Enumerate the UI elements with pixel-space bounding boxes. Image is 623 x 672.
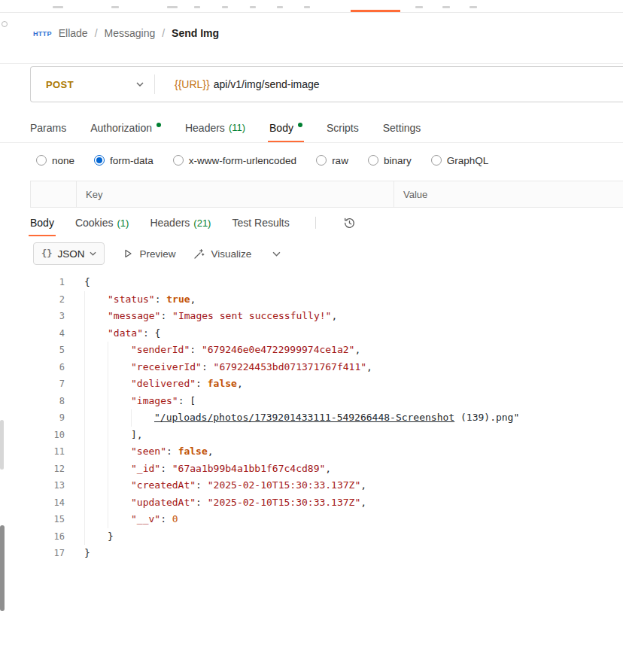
tab-label: Headers: [150, 217, 190, 229]
line-content: "status": true,: [84, 291, 196, 309]
tab-count: (1): [117, 217, 129, 229]
mode-graphql[interactable]: GraphQL: [431, 155, 489, 166]
response-tab-test-results[interactable]: Test Results: [232, 209, 289, 236]
radio-icon: [173, 155, 184, 166]
radio-icon: [36, 155, 47, 166]
visualize-button[interactable]: Visualize: [193, 248, 251, 260]
form-data-table-header: Key Value: [30, 181, 623, 208]
indent-guide: [84, 409, 108, 427]
chevron-down-icon: [272, 251, 281, 257]
mode-raw[interactable]: raw: [316, 155, 348, 166]
line-content: ],: [84, 427, 143, 444]
mode-label: form-data: [110, 155, 153, 166]
tab-fragment: [304, 6, 310, 8]
tab-fragment: [277, 6, 283, 8]
code-token: :: [155, 293, 167, 305]
tab-fragment: [222, 6, 228, 8]
breadcrumb-folder[interactable]: Messaging: [105, 27, 156, 39]
response-history-button[interactable]: [343, 217, 356, 230]
scrollbar-thumb[interactable]: [0, 420, 4, 470]
code-token: :: [166, 445, 178, 457]
tab-authorization[interactable]: Authorization: [90, 113, 161, 142]
response-tab-headers[interactable]: Headers (21): [150, 209, 211, 236]
code-line: 16}: [30, 528, 623, 546]
line-number: 7: [30, 376, 65, 393]
code-token: "senderId": [131, 344, 190, 355]
indent-guide: [108, 409, 131, 427]
tab-params[interactable]: Params: [30, 113, 66, 142]
divider: [315, 217, 316, 229]
line-content: "delivered": false,: [84, 376, 243, 393]
line-number: 15: [30, 511, 65, 528]
json-braces-icon: {}: [41, 248, 52, 259]
chevron-down-icon: [90, 251, 96, 256]
indent-guide: [84, 461, 108, 478]
tab-fragment: [470, 6, 477, 8]
response-tab-body[interactable]: Body: [30, 209, 54, 236]
indent-guide: [108, 393, 131, 410]
response-tab-cookies[interactable]: Cookies (1): [75, 209, 129, 236]
line-number: 5: [30, 342, 65, 359]
indent-guide: [84, 308, 108, 325]
magic-wand-icon: [193, 248, 205, 260]
code-token: }: [84, 547, 90, 558]
response-format-dropdown[interactable]: {} JSON: [33, 242, 105, 265]
method-selector[interactable]: POST: [31, 79, 154, 90]
code-token: "67aa1b99b4a1bb1f67c4cd89": [172, 463, 326, 474]
green-dot-icon: [157, 123, 161, 127]
mode-binary[interactable]: binary: [368, 155, 412, 166]
line-number: 14: [30, 494, 65, 512]
chevron-down-icon: [136, 82, 144, 87]
code-line: 10],: [30, 427, 623, 444]
line-content: "images": [: [84, 393, 196, 410]
mode-label: x-www-form-urlencoded: [189, 155, 296, 166]
response-file-link[interactable]: "/uploads/photos/1739201433111-549266448…: [154, 412, 454, 423]
code-token: :: [196, 479, 208, 491]
indent-guide: [108, 359, 131, 376]
response-options-caret[interactable]: [269, 248, 284, 260]
code-token: :: [160, 463, 172, 474]
code-line: 15"__v": 0: [30, 511, 623, 528]
tab-settings[interactable]: Settings: [383, 113, 421, 142]
breadcrumb-separator: /: [95, 27, 98, 39]
indent-guide: [84, 325, 108, 342]
code-token: ,: [331, 310, 337, 321]
mode-none[interactable]: none: [36, 155, 74, 166]
sidebar-toggle-handle[interactable]: [2, 21, 8, 27]
line-content: }: [84, 528, 114, 546]
line-number: 6: [30, 359, 65, 376]
code-token: "679246e0e4722999974ce1a2": [202, 344, 355, 355]
indent-guide: [84, 427, 108, 444]
indent-guide: [131, 409, 154, 427]
mode-x-www-form-urlencoded[interactable]: x-www-form-urlencoded: [173, 155, 296, 166]
breadcrumb-collection[interactable]: Ellade: [59, 27, 88, 39]
indent-guide: [108, 443, 131, 461]
indent-guide: [84, 376, 108, 393]
radio-icon: [368, 155, 378, 166]
divider: [0, 63, 623, 64]
tab-headers[interactable]: Headers (11): [185, 113, 245, 142]
line-content: {: [84, 274, 90, 291]
tab-scripts[interactable]: Scripts: [327, 113, 359, 142]
tab-count: (21): [193, 217, 211, 229]
url-input[interactable]: {{URL}} api/v1/img/send-image: [155, 78, 623, 90]
preview-button[interactable]: Preview: [123, 248, 175, 260]
code-token: ,: [325, 463, 331, 474]
code-token: : [: [178, 395, 196, 406]
code-token: "_id": [131, 463, 160, 474]
tab-body[interactable]: Body: [269, 113, 302, 142]
code-line: 5"senderId": "679246e0e4722999974ce1a2",: [30, 342, 623, 359]
mode-form-data[interactable]: form-data: [94, 155, 153, 166]
scrollbar-thumb[interactable]: [0, 525, 5, 611]
code-line: 8"images": [: [30, 393, 623, 410]
code-token: :: [202, 361, 214, 372]
line-content: "data": {: [84, 325, 160, 342]
key-column-header: Key: [76, 181, 394, 207]
line-number: 4: [30, 325, 65, 342]
code-token: true: [166, 293, 190, 305]
code-line: 3"message": "Images sent successfully!",: [30, 308, 623, 325]
code-token: :: [160, 310, 172, 321]
code-token: :: [196, 378, 208, 389]
request-title: Send Img: [172, 27, 219, 39]
code-token: "images": [131, 395, 178, 406]
